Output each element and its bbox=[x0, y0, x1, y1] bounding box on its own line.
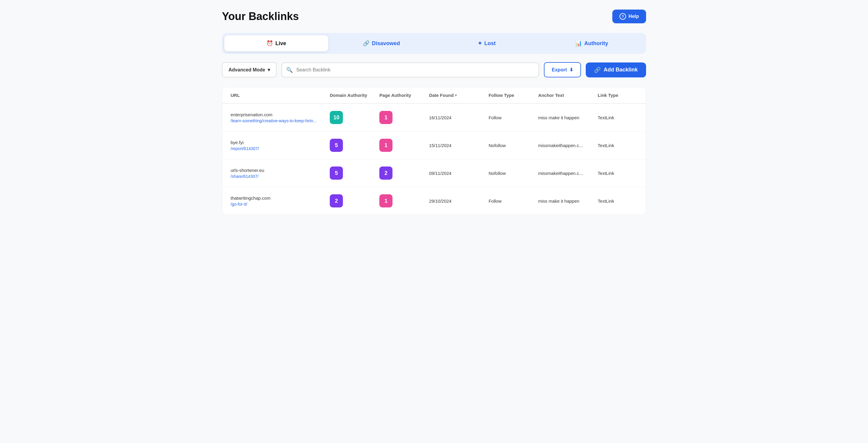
sort-icon: ▾ bbox=[455, 93, 457, 97]
lost-icon: ✦ bbox=[477, 40, 482, 47]
tabs-container: ⏰ Live 🔗 Disavowed ✦ Lost 📊 Authority bbox=[222, 33, 646, 54]
page-authority-badge: 1 bbox=[379, 139, 429, 152]
tab-live[interactable]: ⏰ Live bbox=[224, 35, 328, 52]
anchor-text: miss make it happen bbox=[538, 199, 598, 204]
follow-type: Nofollow bbox=[489, 143, 538, 148]
table-row: thatwritingchap.com /go-for-it/ 2 1 29/1… bbox=[222, 187, 646, 215]
add-backlink-button[interactable]: 🔗 Add Backlink bbox=[586, 62, 646, 78]
link-type: TextLink bbox=[598, 171, 638, 176]
col-anchor-text: Anchor Text bbox=[538, 93, 598, 98]
follow-type: Nofollow bbox=[489, 171, 538, 176]
url-path[interactable]: /go-for-it/ bbox=[230, 202, 330, 207]
export-button[interactable]: Export ⬇ bbox=[544, 62, 581, 78]
link-icon: 🔗 bbox=[594, 67, 601, 73]
table-row: enterprisenation.com /learn-something/cr… bbox=[222, 104, 646, 131]
table-header: URL Domain Authority Page Authority Date… bbox=[222, 87, 646, 104]
url-cell: bye.fyi /report/614307/ bbox=[230, 140, 330, 151]
date-found: 29/10/2024 bbox=[429, 199, 488, 204]
page-title: Your Backlinks bbox=[222, 10, 299, 23]
table-row: urls-shortener.eu /share/614307/ 5 2 09/… bbox=[222, 159, 646, 187]
url-domain: bye.fyi bbox=[230, 140, 330, 145]
domain-authority-value: 2 bbox=[330, 194, 343, 207]
page-authority-value: 1 bbox=[379, 194, 393, 207]
domain-authority-badge: 2 bbox=[330, 194, 379, 207]
tab-lost[interactable]: ✦ Lost bbox=[435, 35, 538, 52]
link-type: TextLink bbox=[598, 115, 638, 120]
date-found: 16/11/2024 bbox=[429, 115, 488, 120]
live-icon: ⏰ bbox=[267, 40, 273, 47]
page-authority-badge: 1 bbox=[379, 194, 429, 207]
url-domain: enterprisenation.com bbox=[230, 112, 330, 117]
help-button[interactable]: ? Help bbox=[612, 9, 646, 23]
col-link-type: Link Type bbox=[598, 93, 638, 98]
backlinks-table: URL Domain Authority Page Authority Date… bbox=[222, 87, 646, 215]
controls-row: Advanced Mode ▾ 🔍 Export ⬇ 🔗 Add Backlin… bbox=[222, 62, 646, 78]
link-type: TextLink bbox=[598, 199, 638, 204]
page-authority-value: 1 bbox=[379, 139, 393, 152]
col-follow-type: Follow Type bbox=[489, 93, 538, 98]
url-domain: urls-shortener.eu bbox=[230, 168, 330, 173]
date-found: 15/11/2024 bbox=[429, 143, 488, 148]
follow-type: Follow bbox=[489, 199, 538, 204]
domain-authority-value: 5 bbox=[330, 139, 343, 152]
link-type: TextLink bbox=[598, 143, 638, 148]
search-container: 🔍 bbox=[281, 62, 539, 78]
advanced-mode-button[interactable]: Advanced Mode ▾ bbox=[222, 62, 277, 78]
tab-authority[interactable]: 📊 Authority bbox=[540, 35, 644, 52]
col-date-found[interactable]: Date Found ▾ bbox=[429, 93, 488, 98]
page-authority-value: 2 bbox=[379, 167, 393, 180]
url-cell: thatwritingchap.com /go-for-it/ bbox=[230, 196, 330, 207]
domain-authority-value: 10 bbox=[330, 111, 343, 124]
col-domain-authority: Domain Authority bbox=[330, 93, 379, 98]
domain-authority-badge: 5 bbox=[330, 167, 379, 180]
date-found: 09/11/2024 bbox=[429, 171, 488, 176]
tab-disavowed[interactable]: 🔗 Disavowed bbox=[330, 35, 433, 52]
domain-authority-badge: 10 bbox=[330, 111, 379, 124]
anchor-text: missmakeithappen.c... bbox=[538, 171, 598, 176]
follow-type: Follow bbox=[489, 115, 538, 120]
page-authority-badge: 2 bbox=[379, 167, 429, 180]
anchor-text: miss make it happen bbox=[538, 115, 598, 120]
domain-authority-value: 5 bbox=[330, 167, 343, 180]
url-cell: urls-shortener.eu /share/614307/ bbox=[230, 168, 330, 179]
col-url: URL bbox=[230, 93, 330, 98]
url-cell: enterprisenation.com /learn-something/cr… bbox=[230, 112, 330, 123]
url-path[interactable]: /share/614307/ bbox=[230, 174, 330, 179]
url-path[interactable]: /report/614307/ bbox=[230, 146, 330, 151]
authority-icon: 📊 bbox=[575, 40, 582, 47]
table-row: bye.fyi /report/614307/ 5 1 15/11/2024 N… bbox=[222, 131, 646, 159]
url-path[interactable]: /learn-something/creative-ways-to-keep-h… bbox=[230, 118, 330, 123]
page-authority-badge: 1 bbox=[379, 111, 429, 124]
chevron-down-icon: ▾ bbox=[268, 67, 270, 72]
search-icon: 🔍 bbox=[286, 67, 293, 73]
page-authority-value: 1 bbox=[379, 111, 393, 124]
search-input[interactable] bbox=[281, 62, 539, 78]
download-icon: ⬇ bbox=[569, 67, 573, 72]
url-domain: thatwritingchap.com bbox=[230, 196, 330, 201]
disavowed-icon: 🔗 bbox=[363, 40, 370, 47]
anchor-text: missmakeithappen.c... bbox=[538, 143, 598, 148]
domain-authority-badge: 5 bbox=[330, 139, 379, 152]
col-page-authority: Page Authority bbox=[379, 93, 429, 98]
help-icon: ? bbox=[619, 13, 626, 20]
